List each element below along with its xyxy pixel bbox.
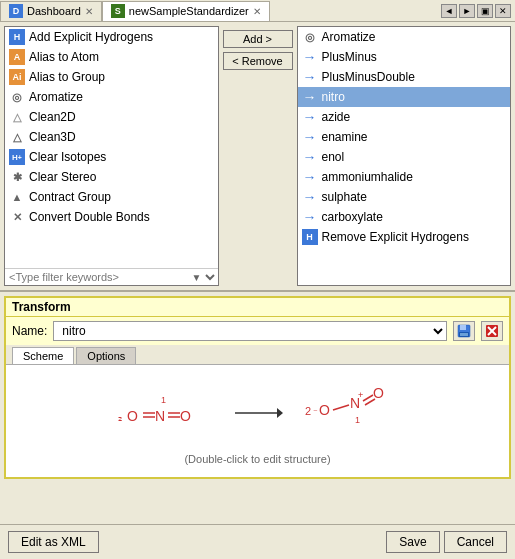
cancel-button[interactable]: Cancel bbox=[444, 531, 507, 553]
plusminusdouble-icon: → bbox=[302, 69, 318, 85]
convert-double-icon: ✕ bbox=[9, 209, 25, 225]
cancel-icon-button[interactable] bbox=[481, 321, 503, 341]
list-item[interactable]: △ Clean2D bbox=[5, 107, 218, 127]
svg-text:+: + bbox=[358, 390, 363, 400]
cancel-icon bbox=[484, 323, 500, 339]
contract-group-icon: ▲ bbox=[9, 189, 25, 205]
remove-h-icon: H bbox=[302, 229, 318, 245]
clear-isotopes-label: Clear Isotopes bbox=[29, 150, 106, 164]
reaction-display: ₂ O N O 1 bbox=[14, 373, 501, 453]
convert-double-label: Convert Double Bonds bbox=[29, 210, 150, 224]
enol-icon: → bbox=[302, 149, 318, 165]
dashboard-tab-icon: D bbox=[9, 4, 23, 18]
carboxylate-label: carboxylate bbox=[322, 210, 383, 224]
svg-marker-17 bbox=[277, 408, 283, 418]
nav-back-btn[interactable]: ◄ bbox=[441, 4, 457, 18]
carboxylate-icon: → bbox=[302, 209, 318, 225]
sulphate-label: sulphate bbox=[322, 190, 367, 204]
edit-hint: (Double-click to edit structure) bbox=[184, 453, 330, 469]
list-item[interactable]: H Remove Explicit Hydrogens bbox=[298, 227, 511, 247]
list-item[interactable]: H Add Explicit Hydrogens bbox=[5, 27, 218, 47]
filter-box: ▼ bbox=[5, 268, 218, 285]
aromatize-icon: ◎ bbox=[9, 89, 25, 105]
list-item[interactable]: ✕ Convert Double Bonds bbox=[5, 207, 218, 227]
filter-dropdown[interactable]: ▼ bbox=[188, 271, 218, 284]
add-explicit-h-icon: H bbox=[9, 29, 25, 45]
list-item[interactable]: → ammoniumhalide bbox=[298, 167, 511, 187]
svg-text:O: O bbox=[180, 408, 191, 424]
transform-name-row: Name: nitro bbox=[6, 317, 509, 345]
ammoniumhalide-icon: → bbox=[302, 169, 318, 185]
list-item[interactable]: → enol bbox=[298, 147, 511, 167]
clean3d-icon: △ bbox=[9, 129, 25, 145]
reaction-arrow bbox=[233, 398, 283, 428]
clean2d-icon: △ bbox=[9, 109, 25, 125]
svg-line-24 bbox=[363, 395, 373, 401]
alias-atom-label: Alias to Atom bbox=[29, 50, 99, 64]
right-list: ◎ Aromatize → PlusMinus → PlusMinusDoubl… bbox=[298, 27, 511, 285]
left-list-panel: H Add Explicit Hydrogens A Alias to Atom… bbox=[4, 26, 219, 286]
standardizer-tab-close[interactable]: ✕ bbox=[253, 6, 261, 17]
svg-text:⁻: ⁻ bbox=[313, 407, 318, 417]
plusminus-label: PlusMinus bbox=[322, 50, 377, 64]
tab-options[interactable]: Options bbox=[76, 347, 136, 364]
enol-label: enol bbox=[322, 150, 345, 164]
enamine-label: enamine bbox=[322, 130, 368, 144]
list-item[interactable]: ✱ Clear Stereo bbox=[5, 167, 218, 187]
svg-line-21 bbox=[333, 405, 349, 410]
list-item[interactable]: ▲ Contract Group bbox=[5, 187, 218, 207]
svg-text:2: 2 bbox=[305, 405, 311, 417]
list-item[interactable]: ◎ Aromatize bbox=[298, 27, 511, 47]
main-content: H Add Explicit Hydrogens A Alias to Atom… bbox=[0, 22, 515, 559]
right-list-panel: ◎ Aromatize → PlusMinus → PlusMinusDoubl… bbox=[297, 26, 512, 286]
enamine-icon: → bbox=[302, 129, 318, 145]
nav-forward-btn[interactable]: ► bbox=[459, 4, 475, 18]
aromatize-r-icon: ◎ bbox=[302, 29, 318, 45]
plusminus-icon: → bbox=[302, 49, 318, 65]
product-molecule: 2 ⁻ O N 1 O + bbox=[303, 383, 403, 443]
list-item[interactable]: H+ Clear Isotopes bbox=[5, 147, 218, 167]
bottom-bar: Edit as XML Save Cancel bbox=[0, 524, 515, 559]
tab-scheme[interactable]: Scheme bbox=[12, 347, 74, 364]
standardizer-tab-icon: S bbox=[111, 4, 125, 18]
list-item[interactable]: → PlusMinusDouble bbox=[298, 67, 511, 87]
name-label: Name: bbox=[12, 324, 47, 338]
tab-newsamplestandardizer[interactable]: S newSampleStandardizer ✕ bbox=[102, 1, 270, 21]
alias-group-icon: Ai bbox=[9, 69, 25, 85]
svg-rect-1 bbox=[460, 325, 466, 330]
save-icon-button[interactable] bbox=[453, 321, 475, 341]
scheme-content[interactable]: ₂ O N O 1 bbox=[6, 365, 509, 477]
list-item[interactable]: → sulphate bbox=[298, 187, 511, 207]
alias-group-label: Alias to Group bbox=[29, 70, 105, 84]
save-button[interactable]: Save bbox=[386, 531, 439, 553]
dashboard-tab-close[interactable]: ✕ bbox=[85, 6, 93, 17]
transform-title: Transform bbox=[12, 300, 71, 314]
filter-input[interactable] bbox=[5, 269, 188, 285]
remove-button[interactable]: < Remove bbox=[223, 52, 293, 70]
list-item[interactable]: → PlusMinus bbox=[298, 47, 511, 67]
azide-icon: → bbox=[302, 109, 318, 125]
clear-stereo-label: Clear Stereo bbox=[29, 170, 96, 184]
transform-header: Transform bbox=[6, 298, 509, 317]
bottom-right-buttons: Save Cancel bbox=[386, 531, 507, 553]
maximize-btn[interactable]: ▣ bbox=[477, 4, 493, 18]
add-button[interactable]: Add > bbox=[223, 30, 293, 48]
list-item[interactable]: △ Clean3D bbox=[5, 127, 218, 147]
tab-dashboard[interactable]: D Dashboard ✕ bbox=[0, 1, 102, 21]
list-item[interactable]: → carboxylate bbox=[298, 207, 511, 227]
list-item[interactable]: Ai Alias to Group bbox=[5, 67, 218, 87]
list-item[interactable]: → enamine bbox=[298, 127, 511, 147]
ammoniumhalide-label: ammoniumhalide bbox=[322, 170, 413, 184]
name-select[interactable]: nitro bbox=[53, 321, 447, 341]
list-item[interactable]: ◎ Aromatize bbox=[5, 87, 218, 107]
middle-buttons: Add > < Remove bbox=[223, 26, 293, 286]
svg-text:N: N bbox=[155, 408, 165, 424]
remove-h-label: Remove Explicit Hydrogens bbox=[322, 230, 469, 244]
edit-xml-button[interactable]: Edit as XML bbox=[8, 531, 99, 553]
nitro-icon: → bbox=[302, 89, 318, 105]
list-item-selected[interactable]: → nitro bbox=[298, 87, 511, 107]
save-icon bbox=[456, 323, 472, 339]
list-item[interactable]: → azide bbox=[298, 107, 511, 127]
close-btn[interactable]: ✕ bbox=[495, 4, 511, 18]
list-item[interactable]: A Alias to Atom bbox=[5, 47, 218, 67]
